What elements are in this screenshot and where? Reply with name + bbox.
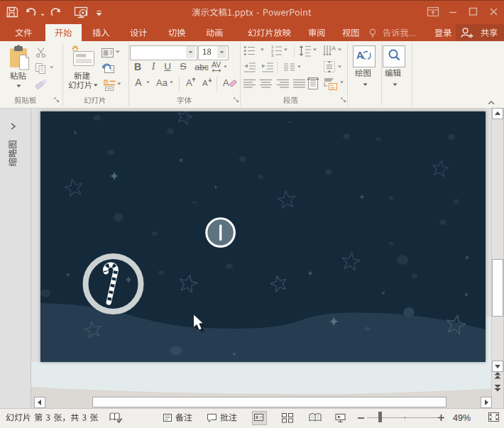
svg-text:A: A xyxy=(223,77,229,88)
svg-text:A: A xyxy=(332,45,336,52)
svg-text:3: 3 xyxy=(271,53,274,57)
svg-text:A: A xyxy=(202,79,208,87)
svg-text:A: A xyxy=(186,77,192,88)
svg-text:AV: AV xyxy=(212,61,221,69)
